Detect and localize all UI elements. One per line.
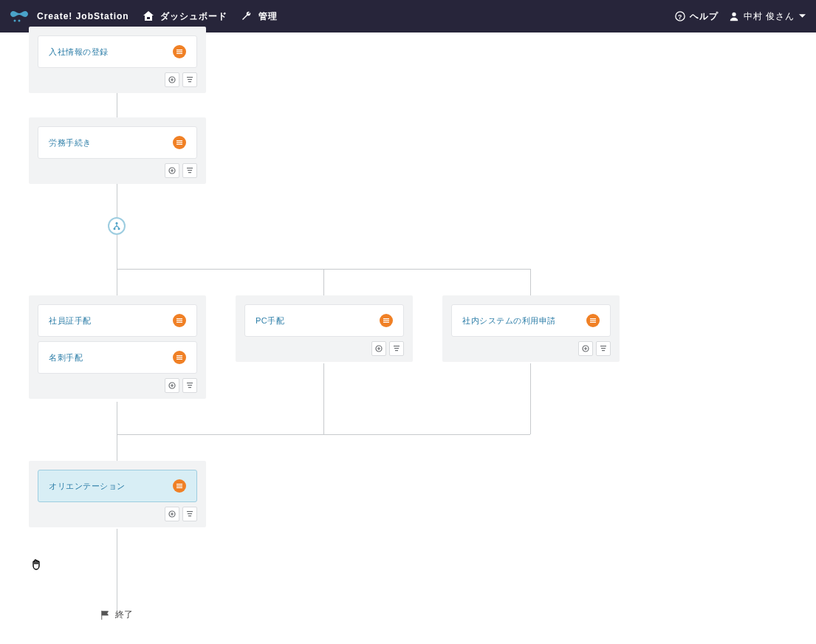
- workflow-step-group: 社内システムの利用申請: [442, 295, 620, 362]
- branch-node[interactable]: [108, 217, 126, 235]
- step-options-button[interactable]: [596, 341, 611, 356]
- step-title: 名刺手配: [49, 352, 83, 363]
- svg-rect-8: [176, 49, 182, 50]
- step-badge-icon: [173, 136, 186, 149]
- svg-rect-16: [176, 142, 182, 143]
- svg-point-5: [116, 222, 118, 225]
- step-options-button[interactable]: [182, 163, 197, 178]
- workflow-step-card[interactable]: 社内システムの利用申請: [451, 304, 611, 337]
- step-title: オリエンテーション: [49, 481, 126, 492]
- svg-rect-39: [590, 318, 596, 319]
- workflow-step-card[interactable]: 社員証手配: [38, 304, 197, 337]
- add-step-button[interactable]: [371, 341, 386, 356]
- svg-rect-13: [188, 79, 192, 80]
- step-badge-icon: [173, 351, 186, 364]
- workflow-step-card[interactable]: PC手配: [244, 304, 404, 337]
- svg-rect-9: [176, 51, 182, 52]
- workflow-step-group: 入社情報の登録: [29, 27, 206, 93]
- svg-rect-14: [188, 81, 191, 82]
- svg-point-4: [732, 13, 736, 16]
- app-name: Create! JobStation: [37, 11, 129, 21]
- step-title: PC手配: [256, 315, 284, 326]
- workflow-step-card-selected[interactable]: オリエンテーション: [38, 470, 197, 502]
- step-title: 入社情報の登録: [49, 47, 109, 58]
- connector: [117, 402, 117, 461]
- step-title: 労務手続き: [49, 137, 92, 148]
- step-title: 社内システムの利用申請: [462, 315, 556, 326]
- connector: [323, 269, 324, 295]
- add-step-button[interactable]: [165, 507, 179, 521]
- svg-rect-32: [383, 318, 389, 319]
- svg-rect-51: [188, 513, 192, 514]
- svg-rect-15: [176, 140, 182, 141]
- svg-rect-19: [187, 168, 193, 168]
- step-options-button[interactable]: [182, 378, 197, 393]
- svg-rect-33: [383, 320, 389, 321]
- user-icon: [729, 11, 739, 21]
- svg-rect-38: [395, 350, 398, 351]
- step-badge-icon: [380, 314, 393, 327]
- svg-text:?: ?: [678, 13, 682, 21]
- svg-rect-31: [188, 387, 191, 388]
- svg-rect-41: [590, 322, 596, 323]
- svg-rect-46: [176, 484, 182, 484]
- wrench-icon: [241, 10, 253, 22]
- svg-rect-17: [176, 144, 182, 145]
- branch-icon: [112, 222, 121, 230]
- workflow-step-group: PC手配: [236, 295, 413, 362]
- svg-rect-30: [188, 385, 192, 386]
- help-link[interactable]: ? ヘルプ: [675, 10, 719, 23]
- step-badge-icon: [586, 314, 600, 327]
- add-step-button[interactable]: [165, 378, 179, 393]
- user-menu[interactable]: 中村 俊さん: [729, 10, 806, 23]
- nav-dashboard-label: ダッシュボード: [160, 10, 227, 23]
- svg-rect-52: [188, 515, 191, 516]
- connector: [117, 529, 117, 612]
- svg-rect-12: [187, 77, 193, 78]
- workflow-step-card[interactable]: 名刺手配: [38, 341, 197, 374]
- svg-rect-20: [188, 170, 192, 171]
- workflow-step-group: オリエンテーション: [29, 461, 206, 527]
- logo-icon: [10, 10, 31, 23]
- svg-rect-50: [187, 511, 193, 512]
- caret-down-icon: [799, 14, 806, 18]
- workflow-canvas[interactable]: 入社情報の登録 労務手続き 社員証手配 名刺手配: [0, 32, 816, 644]
- workflow-step-card[interactable]: 労務手続き: [38, 126, 197, 159]
- step-options-button[interactable]: [182, 72, 197, 87]
- home-icon: [143, 10, 154, 22]
- svg-rect-44: [601, 348, 606, 349]
- step-badge-icon: [173, 479, 186, 493]
- connector: [530, 269, 531, 295]
- workflow-step-group: 社員証手配 名刺手配: [29, 295, 206, 399]
- connector: [117, 434, 530, 435]
- step-options-button[interactable]: [182, 507, 197, 521]
- connector: [323, 363, 324, 434]
- workflow-end-node: 終了: [100, 609, 133, 621]
- svg-rect-34: [383, 322, 389, 323]
- svg-rect-29: [187, 383, 193, 383]
- nav-dashboard[interactable]: ダッシュボード: [143, 10, 227, 23]
- step-badge-icon: [173, 314, 186, 327]
- svg-rect-10: [176, 53, 182, 54]
- connector: [117, 235, 117, 295]
- svg-rect-26: [176, 357, 182, 357]
- svg-rect-45: [602, 350, 605, 351]
- logo[interactable]: Create! JobStation: [10, 10, 129, 23]
- step-badge-icon: [173, 45, 186, 58]
- step-options-button[interactable]: [389, 341, 404, 356]
- svg-point-0: [14, 20, 16, 22]
- svg-rect-21: [188, 172, 191, 173]
- user-name: 中村 俊さん: [744, 10, 795, 23]
- add-step-button[interactable]: [165, 72, 179, 87]
- add-step-button[interactable]: [578, 341, 593, 356]
- svg-rect-25: [176, 355, 182, 356]
- nav-admin[interactable]: 管理: [241, 10, 278, 23]
- flag-icon: [100, 610, 111, 620]
- svg-rect-23: [176, 320, 182, 321]
- svg-point-6: [114, 227, 116, 230]
- svg-rect-40: [590, 320, 596, 321]
- svg-rect-24: [176, 322, 182, 323]
- help-icon: ?: [675, 11, 685, 21]
- workflow-step-card[interactable]: 入社情報の登録: [38, 35, 197, 68]
- add-step-button[interactable]: [165, 163, 179, 178]
